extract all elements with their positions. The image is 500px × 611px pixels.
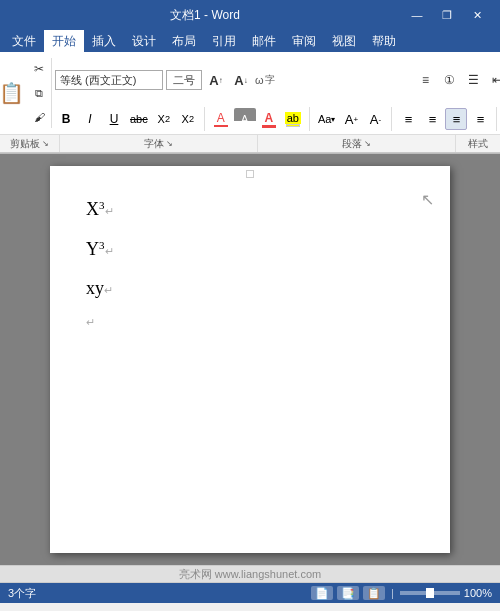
align-right-button[interactable]: ≡ (445, 108, 467, 130)
document-content: X3↵ Y3↵ xy↵ ↵ (86, 190, 414, 334)
font-name-input[interactable]: 等线 (西文正文) (55, 70, 163, 90)
return-3: ↵ (104, 284, 113, 296)
status-bar: 3个字 📄 📑 📋 | 100% (0, 583, 500, 603)
copy-button[interactable]: ⧉ (28, 82, 50, 104)
font-label[interactable]: 字体 ↘ (60, 135, 258, 152)
superscript-button[interactable]: X2 (177, 108, 199, 130)
char-y: Y (86, 239, 99, 259)
multilevel-list-button[interactable]: ☰ (462, 69, 484, 91)
separator4 (496, 107, 497, 131)
document-page[interactable]: X3↵ Y3↵ xy↵ ↵ ↖ (50, 166, 450, 553)
ribbon-labels-row: 剪贴板 ↘ 字体 ↘ 段落 ↘ 样式 (0, 135, 500, 153)
font-size-shrink-button[interactable]: A↓ (230, 69, 252, 91)
status-right: 📄 📑 📋 | 100% (311, 586, 492, 600)
justify-button[interactable]: ≡ (469, 108, 491, 130)
case-button[interactable]: Aa▾ (315, 108, 338, 130)
font-expand-icon: ↘ (166, 139, 173, 148)
watermark-text: 亮术网 www.liangshunet.com (179, 567, 321, 582)
view-read-button[interactable]: 📄 (311, 586, 333, 600)
menu-references[interactable]: 引用 (204, 30, 244, 52)
styles-label[interactable]: 样式 (456, 135, 500, 152)
ribbon: 📋 ✂ ⧉ 🖌 等线 (西文正文) 二号 A↑ A↓ ω字 ≡ (0, 52, 500, 154)
decrease-indent-button[interactable]: ⇤ (486, 69, 500, 91)
character-shading-button[interactable]: A (234, 108, 256, 130)
bold-button[interactable]: B (55, 108, 77, 130)
menu-file[interactable]: 文件 (4, 30, 44, 52)
char-display: ω字 (255, 73, 275, 87)
menu-review[interactable]: 审阅 (284, 30, 324, 52)
font-size-shrink2-button[interactable]: A- (364, 108, 386, 130)
subscript-button[interactable]: X2 (153, 108, 175, 130)
doc-line-4: ↵ (86, 309, 414, 334)
paste-section: 📋 ✂ ⧉ 🖌 (4, 58, 52, 128)
word-count: 3个字 (8, 586, 36, 601)
paragraph-label[interactable]: 段落 ↘ (258, 135, 456, 152)
font-size-input[interactable]: 二号 (166, 70, 202, 90)
title-bar-doc: 文档1 - Word (8, 7, 402, 24)
clipboard-label[interactable]: 剪贴板 ↘ (0, 135, 60, 152)
format-painter-button[interactable]: 🖌 (28, 106, 50, 128)
menu-view[interactable]: 视图 (324, 30, 364, 52)
menu-help[interactable]: 帮助 (364, 30, 404, 52)
separator-line: | (391, 588, 394, 599)
minimize-button[interactable]: — (402, 5, 432, 25)
menu-insert[interactable]: 插入 (84, 30, 124, 52)
formatting-toolbar: B I U abc X2 X2 A A A (55, 107, 500, 131)
cursor-arrow: ↖ (421, 191, 434, 208)
zoom-slider[interactable] (400, 591, 460, 595)
clear-format-button[interactable]: A (210, 108, 232, 130)
paragraph-expand-icon: ↘ (364, 139, 371, 148)
char-xy: xy (86, 278, 104, 298)
close-button[interactable]: ✕ (462, 5, 492, 25)
separator3 (391, 107, 392, 131)
return-2: ↵ (105, 245, 114, 257)
bullet-list-button[interactable]: ≡ (414, 69, 436, 91)
separator2 (309, 107, 310, 131)
zoom-percent: 100% (464, 587, 492, 599)
paragraph-buttons: ≡ ① ☰ ⇤ ⇥ ↕ ¶ (414, 69, 500, 91)
menu-bar: 文件 开始 插入 设计 布局 引用 邮件 审阅 视图 帮助 (0, 30, 500, 52)
separator1 (204, 107, 205, 131)
cut-button[interactable]: ✂ (28, 58, 50, 80)
doc-line-3: xy↵ (86, 269, 414, 309)
title-bar: 文档1 - Word — ❐ ✕ (0, 0, 500, 30)
return-1: ↵ (105, 205, 114, 217)
return-4: ↵ (86, 316, 95, 328)
zoom-thumb (426, 588, 434, 598)
align-left-button[interactable]: ≡ (397, 108, 419, 130)
menu-design[interactable]: 设计 (124, 30, 164, 52)
menu-mail[interactable]: 邮件 (244, 30, 284, 52)
numbered-list-button[interactable]: ① (438, 69, 460, 91)
menu-layout[interactable]: 布局 (164, 30, 204, 52)
font-size-grow-button[interactable]: A↑ (205, 69, 227, 91)
underline-button[interactable]: U (103, 108, 125, 130)
view-print-button[interactable]: 📑 (337, 586, 359, 600)
menu-home[interactable]: 开始 (44, 30, 84, 52)
cursor-pos-indicator: ↖ (421, 190, 434, 209)
font-size-grow2-button[interactable]: A+ (340, 108, 362, 130)
document-area: X3↵ Y3↵ xy↵ ↵ ↖ (0, 154, 500, 565)
doc-line-1: X3↵ (86, 190, 414, 230)
font-color-button[interactable]: A (258, 108, 280, 130)
doc-line-2: Y3↵ (86, 230, 414, 270)
italic-button[interactable]: I (79, 108, 101, 130)
char-x: X (86, 199, 99, 219)
watermark-bar: 亮术网 www.liangshunet.com (0, 565, 500, 583)
clipboard-expand-icon: ↘ (42, 139, 49, 148)
page-mark (246, 170, 254, 178)
restore-button[interactable]: ❐ (432, 5, 462, 25)
strikethrough-button[interactable]: abc (127, 108, 151, 130)
view-web-button[interactable]: 📋 (363, 586, 385, 600)
paste-button[interactable]: 📋 (0, 82, 24, 104)
title-bar-controls: — ❐ ✕ (402, 5, 492, 25)
align-center-button[interactable]: ≡ (421, 108, 443, 130)
font-controls: 等线 (西文正文) 二号 A↑ A↓ ω字 ≡ ① ☰ ⇤ ⇥ ↕ ¶ (55, 55, 500, 131)
highlight-button[interactable]: ab (282, 108, 304, 130)
